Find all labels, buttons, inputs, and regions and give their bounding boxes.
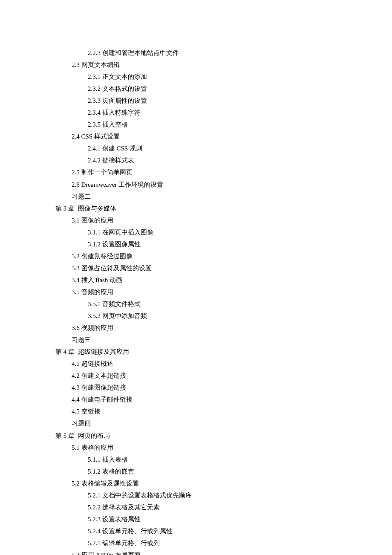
- toc-entry: 5.2 表格编辑及属性设置: [55, 477, 337, 489]
- toc-entry: 2.4.1 创建 CSS 规则: [55, 142, 337, 154]
- toc-entry: 2.3 网页文本编辑: [55, 59, 337, 71]
- toc-entry: 第 3 章 图像与多媒体: [55, 202, 337, 214]
- toc-entry: 3.2 创建鼠标经过图像: [55, 250, 337, 262]
- toc-entry: 5.2.1 文档中的设置表格格式优先顺序: [55, 489, 337, 501]
- toc-entry: 4.3 创建图像超链接: [55, 382, 337, 393]
- toc-entry: 5.1.1 插入表格: [55, 454, 337, 465]
- toc-entry: 第 5 章 网页的布局: [55, 430, 337, 442]
- toc-entry: 5.2.3 设置表格属性: [55, 513, 337, 525]
- toc-entry: 2.3.1 正文文本的添加: [55, 71, 337, 83]
- toc-entry: 2.6 Dreamweaver 工作环境的设置: [55, 179, 337, 191]
- toc-entry: 5.2.4 设置单元格、行或列属性: [55, 525, 337, 537]
- toc-entry: 5.2.2 选择表格及其它元素: [55, 501, 337, 513]
- toc-entry: 2.2.3 创建和管理本地站点中文件: [55, 47, 337, 59]
- toc-entry: 3.1 图像的应用: [55, 214, 337, 226]
- toc-entry: 4.2 创建文本超链接: [55, 370, 337, 382]
- toc-entry: 习题三: [55, 334, 337, 346]
- toc-entry: 5.1 表格的应用: [55, 442, 337, 454]
- toc-entry: 习题四: [55, 417, 337, 429]
- toc-entry: 3.1.1 在网页中插入图像: [55, 226, 337, 238]
- toc-entry: 第 4 章 超级链接及其应用: [55, 346, 337, 358]
- toc-entry: 2.3.5 插入空格: [55, 119, 337, 130]
- toc-entry: 3.6 视频的应用: [55, 322, 337, 334]
- toc-entry: 2.3.3 页面属性的设置: [55, 95, 337, 107]
- table-of-contents: 2.2.3 创建和管理本地站点中文件2.3 网页文本编辑2.3.1 正文文本的添…: [55, 47, 337, 555]
- toc-entry: 2.4 CSS 样式设置: [55, 130, 337, 142]
- toc-entry: 习题二: [55, 191, 337, 202]
- toc-entry: 3.1.2 设置图像属性: [55, 238, 337, 250]
- toc-entry: 5.2.5 编辑单元格、行或列: [55, 537, 337, 549]
- toc-entry: 4.1 超链接概述: [55, 358, 337, 370]
- toc-entry: 3.4 插入 flash 动画: [55, 274, 337, 286]
- toc-entry: 4.5 空链接: [55, 405, 337, 417]
- toc-entry: 2.3.2 文本格式的设置: [55, 83, 337, 95]
- toc-entry: 2.5 制作一个简单网页: [55, 166, 337, 178]
- toc-entry: 3.5.1 音频文件格式: [55, 298, 337, 310]
- toc-entry: 2.4.2 链接样式表: [55, 154, 337, 166]
- toc-entry: 5.1.2 表格的嵌套: [55, 465, 337, 477]
- toc-entry: 2.3.4 插入特殊字符: [55, 107, 337, 119]
- toc-entry: 3.5 音频的应用: [55, 286, 337, 298]
- toc-entry: 3.3 图像占位符及属性的设置: [55, 262, 337, 274]
- toc-entry: 4.4 创建电子邮件链接: [55, 393, 337, 405]
- toc-entry: 5.3 应用 APDiv 布局页面: [55, 549, 337, 555]
- toc-entry: 3.5.2 网页中添加音频: [55, 310, 337, 322]
